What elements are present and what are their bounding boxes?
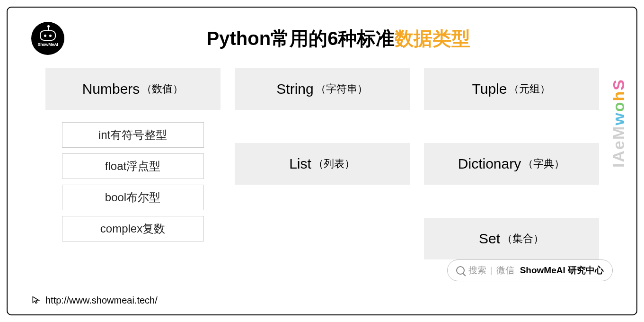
- card-string-en: String: [276, 81, 313, 97]
- divider: |: [490, 265, 493, 276]
- column-3: Tuple （元组） Dictionary （字典） Set （集合）: [424, 68, 599, 259]
- subtype-bool: bool布尔型: [62, 185, 204, 210]
- card-numbers: Numbers （数值）: [45, 68, 221, 110]
- search-wechat: 微信: [496, 264, 514, 277]
- slide-title: Python常用的6种标准数据类型: [64, 26, 613, 52]
- card-list-en: List: [289, 156, 311, 172]
- footer-url: http://www.showmeai.tech/: [45, 295, 158, 306]
- card-tuple: Tuple （元组）: [424, 68, 599, 110]
- card-dict-zh: （字典）: [523, 157, 565, 171]
- subtype-complex: complex复数: [62, 216, 204, 242]
- title-accent: 数据类型: [395, 28, 470, 49]
- footer: http://www.showmeai.tech/: [31, 295, 158, 306]
- column-1: Numbers （数值） int有符号整型 float浮点型 bool布尔型 c…: [45, 68, 221, 259]
- search-pill: 搜索 | 微信 ShowMeAI 研究中心: [447, 259, 613, 281]
- subtype-int: int有符号整型: [62, 122, 204, 148]
- card-string: String （字符串）: [235, 68, 410, 110]
- search-brand: ShowMeAI 研究中心: [520, 264, 604, 277]
- card-set: Set （集合）: [424, 218, 599, 259]
- card-tuple-en: Tuple: [472, 81, 507, 97]
- card-dict-en: Dictionary: [458, 156, 521, 172]
- card-numbers-zh: （数值）: [141, 82, 183, 96]
- card-set-zh: （集合）: [502, 232, 544, 246]
- robot-face-icon: [40, 30, 56, 41]
- search-icon: [456, 266, 465, 275]
- search-label: 搜索: [468, 264, 486, 277]
- types-grid: Numbers （数值） int有符号整型 float浮点型 bool布尔型 c…: [31, 68, 613, 259]
- card-list: List （列表）: [235, 143, 410, 185]
- slide-frame: ShowMeAI Python常用的6种标准数据类型 Numbers （数值） …: [7, 7, 637, 315]
- card-string-zh: （字符串）: [316, 82, 368, 96]
- card-set-en: Set: [479, 231, 500, 247]
- title-prefix: Python常用的6种标准: [207, 28, 395, 49]
- card-numbers-en: Numbers: [82, 81, 140, 97]
- cursor-icon: [31, 295, 41, 306]
- card-tuple-zh: （元组）: [509, 82, 550, 96]
- numbers-subtypes: int有符号整型 float浮点型 bool布尔型 complex复数: [45, 122, 221, 242]
- subtype-float: float浮点型: [62, 153, 204, 179]
- card-list-zh: （列表）: [313, 157, 355, 171]
- logo-text: ShowMeAI: [37, 42, 58, 47]
- card-dictionary: Dictionary （字典）: [424, 143, 599, 185]
- showmeai-logo: ShowMeAI: [31, 22, 64, 55]
- header: ShowMeAI Python常用的6种标准数据类型: [31, 22, 613, 55]
- column-2: String （字符串） List （列表）: [235, 68, 410, 259]
